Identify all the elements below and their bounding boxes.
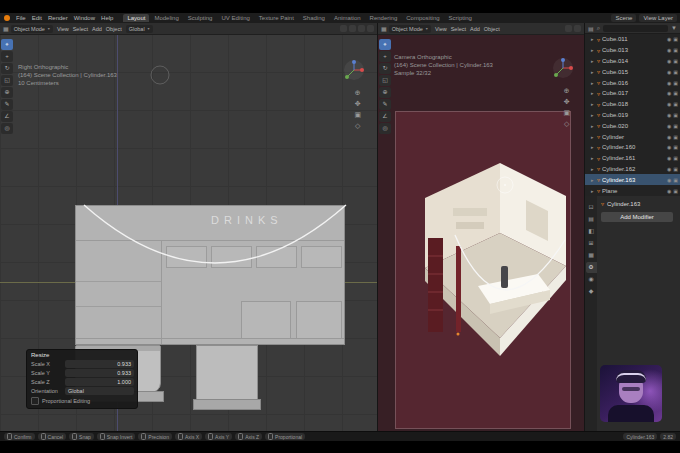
resize-operator-panel[interactable]: Resize Scale X 0.933 Scale Y 0.933 — [26, 349, 138, 409]
tool-button[interactable]: ⌖ — [379, 39, 391, 50]
editor-type-icon[interactable]: ▦ — [3, 25, 9, 32]
outliner-item[interactable]: ▸ ▿ Cylinder.161 ◉ ▣ — [585, 153, 680, 164]
expand-icon[interactable]: ▸ — [591, 123, 595, 129]
tool-button[interactable]: + — [379, 51, 391, 62]
tool-button[interactable]: ◱ — [379, 75, 391, 86]
filter-icon[interactable]: ▼ — [671, 25, 677, 31]
properties-tab-icon[interactable]: ▦ — [586, 250, 597, 261]
properties-tab-icon[interactable]: ⚙ — [586, 262, 597, 273]
scale-value-field[interactable]: 1.000 — [65, 378, 134, 386]
disable-in-render-icon[interactable]: ▣ — [673, 177, 678, 183]
disable-in-render-icon[interactable]: ▣ — [673, 47, 678, 53]
viewport-menu-item[interactable]: Select — [71, 26, 90, 32]
hide-in-viewport-icon[interactable]: ◉ — [667, 69, 671, 75]
blender-logo-icon[interactable] — [4, 15, 10, 21]
workspace-tab[interactable]: Shading — [299, 14, 329, 22]
disable-in-render-icon[interactable]: ▣ — [673, 123, 678, 129]
viewport-right-camera[interactable]: ▦ Object Mode ViewSelectAddObject ⌖+↻◱⊕✎… — [378, 23, 585, 431]
disable-in-render-icon[interactable]: ▣ — [673, 69, 678, 75]
viewport-menu-item[interactable]: Select — [449, 26, 468, 32]
outliner-item[interactable]: ▸ ▿ Cylinder ◉ ▣ — [585, 131, 680, 142]
disable-in-render-icon[interactable]: ▣ — [673, 36, 678, 42]
model-back-wall[interactable]: DRINKS — [75, 205, 345, 345]
tool-button[interactable]: ↻ — [379, 63, 391, 74]
hide-in-viewport-icon[interactable]: ◉ — [667, 188, 671, 194]
viewport-menu-item[interactable]: Object — [104, 26, 124, 32]
hide-in-viewport-icon[interactable]: ◉ — [667, 47, 671, 53]
expand-icon[interactable]: ▸ — [591, 177, 595, 183]
tool-button[interactable]: ∠ — [1, 111, 13, 122]
scale-value-field[interactable]: 0.933 — [65, 369, 134, 377]
outliner-item[interactable]: ▸ ▿ Cylinder.162 ◉ ▣ — [585, 164, 680, 175]
tool-button[interactable]: ⊕ — [1, 87, 13, 98]
disable-in-render-icon[interactable]: ▣ — [673, 80, 678, 86]
search-icon[interactable]: ⌕ — [597, 25, 600, 32]
hide-in-viewport-icon[interactable]: ◉ — [667, 80, 671, 86]
tool-button[interactable]: + — [1, 51, 13, 62]
nav-icon[interactable]: ▣ — [354, 111, 361, 118]
nav-icon[interactable]: ✥ — [354, 100, 361, 107]
hide-in-viewport-icon[interactable]: ◉ — [667, 101, 671, 107]
disable-in-render-icon[interactable]: ▣ — [673, 166, 678, 172]
outliner-item[interactable]: ▸ ▿ Cube.020 ◉ ▣ — [585, 120, 680, 131]
tool-button[interactable]: ✎ — [1, 99, 13, 110]
outliner-item[interactable]: ▸ ▿ Cube.011 ◉ ▣ — [585, 34, 680, 45]
proportional-toggle-icon[interactable] — [349, 25, 356, 32]
workspace-tab[interactable]: Modeling — [150, 14, 182, 22]
disable-in-render-icon[interactable]: ▣ — [673, 144, 678, 150]
disable-in-render-icon[interactable]: ▣ — [673, 188, 678, 194]
shading-toggle-icon[interactable] — [367, 25, 374, 32]
add-modifier-button[interactable]: Add Modifier — [601, 212, 673, 222]
orientation-select[interactable]: Global — [65, 387, 134, 395]
scale-value-field[interactable]: 0.933 — [65, 360, 134, 368]
viewport-left-orthographic[interactable]: DRINKS ▦ — [0, 23, 378, 431]
hide-in-viewport-icon[interactable]: ◉ — [667, 123, 671, 129]
properties-tab-icon[interactable]: ◧ — [586, 226, 597, 237]
tool-button[interactable]: ↻ — [1, 63, 13, 74]
disable-in-render-icon[interactable]: ▣ — [673, 58, 678, 64]
hide-in-viewport-icon[interactable]: ◉ — [667, 112, 671, 118]
shading-toggle-icon[interactable] — [574, 25, 581, 32]
nav-icon[interactable]: ⊕ — [563, 87, 570, 94]
outliner-editor-icon[interactable]: ▤ — [588, 25, 594, 32]
outliner-item[interactable]: ▸ ▿ Cube.016 ◉ ▣ — [585, 77, 680, 88]
workspace-tab[interactable]: Layout — [123, 14, 149, 22]
menu-item[interactable]: Help — [98, 15, 116, 21]
mode-dropdown[interactable]: Object Mode — [11, 25, 53, 33]
mode-dropdown[interactable]: Object Mode — [389, 25, 431, 33]
navigation-gizmo[interactable] — [552, 57, 574, 79]
workspace-tab[interactable]: Rendering — [366, 14, 402, 22]
tool-button[interactable]: ◎ — [379, 123, 391, 134]
view-layer-selector[interactable]: View Layer — [639, 14, 677, 22]
tool-button[interactable]: ⊕ — [379, 87, 391, 98]
orientation-dropdown[interactable]: Global — [126, 25, 153, 33]
outliner-search-input[interactable] — [603, 25, 668, 32]
expand-icon[interactable]: ▸ — [591, 188, 595, 194]
expand-icon[interactable]: ▸ — [591, 134, 595, 140]
viewport-menu-item[interactable]: Object — [482, 26, 502, 32]
hide-in-viewport-icon[interactable]: ◉ — [667, 155, 671, 161]
viewport-menu-item[interactable]: View — [433, 26, 449, 32]
hide-in-viewport-icon[interactable]: ◉ — [667, 166, 671, 172]
disable-in-render-icon[interactable]: ▣ — [673, 90, 678, 96]
proportional-editing-checkbox[interactable] — [31, 397, 39, 405]
menu-item[interactable]: File — [13, 15, 29, 21]
scene-selector[interactable]: Scene — [611, 14, 636, 22]
outliner-item[interactable]: ▸ ▿ Cube.015 ◉ ▣ — [585, 66, 680, 77]
tool-button[interactable]: ◎ — [1, 123, 13, 134]
workspace-tab[interactable]: Animation — [330, 14, 365, 22]
workspace-tab[interactable]: Texture Paint — [255, 14, 298, 22]
outliner-item[interactable]: ▸ ▿ Cylinder.163 ◉ ▣ — [585, 174, 680, 185]
outliner-item[interactable]: ▸ ▿ Cube.013 ◉ ▣ — [585, 45, 680, 56]
outliner[interactable]: ▤ ⌕ ▼ ▸ ▿ Cube.011 ◉ ▣ — [585, 23, 680, 196]
outliner-item[interactable]: ▸ ▿ Cube.017 ◉ ▣ — [585, 88, 680, 99]
properties-tab-icon[interactable]: ◉ — [586, 274, 597, 285]
expand-icon[interactable]: ▸ — [591, 47, 595, 53]
disable-in-render-icon[interactable]: ▣ — [673, 134, 678, 140]
expand-icon[interactable]: ▸ — [591, 80, 595, 86]
viewport-menu-item[interactable]: Add — [90, 26, 104, 32]
overlays-toggle-icon[interactable] — [358, 25, 365, 32]
workspace-tab[interactable]: Compositing — [402, 14, 443, 22]
viewport-menu-item[interactable]: Add — [468, 26, 482, 32]
panel-title[interactable]: Resize — [31, 352, 134, 358]
